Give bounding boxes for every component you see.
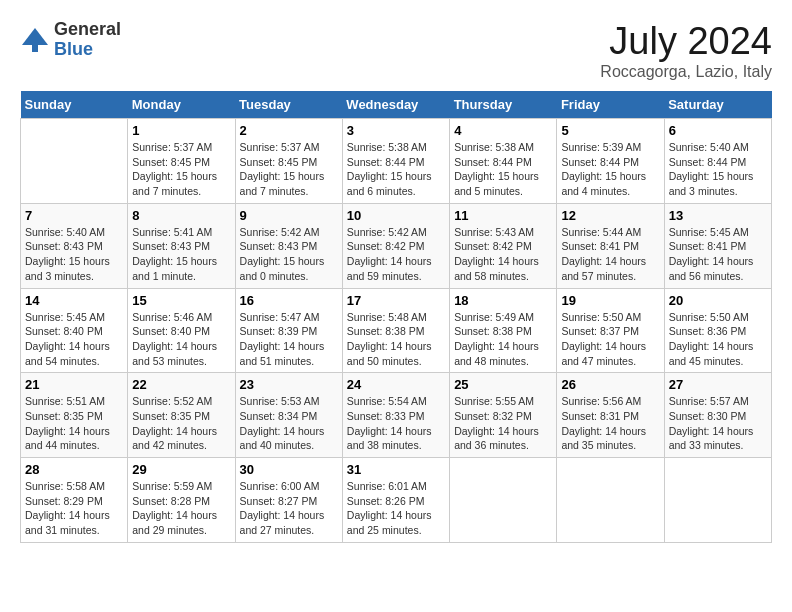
- day-number: 4: [454, 123, 552, 138]
- day-info: Sunrise: 6:01 AM Sunset: 8:26 PM Dayligh…: [347, 479, 445, 538]
- location-title: Roccagorga, Lazio, Italy: [600, 63, 772, 81]
- day-info: Sunrise: 5:53 AM Sunset: 8:34 PM Dayligh…: [240, 394, 338, 453]
- day-number: 11: [454, 208, 552, 223]
- calendar-cell: 16Sunrise: 5:47 AM Sunset: 8:39 PM Dayli…: [235, 288, 342, 373]
- calendar-cell: 13Sunrise: 5:45 AM Sunset: 8:41 PM Dayli…: [664, 203, 771, 288]
- calendar-cell: 1Sunrise: 5:37 AM Sunset: 8:45 PM Daylig…: [128, 119, 235, 204]
- header-cell-tuesday: Tuesday: [235, 91, 342, 119]
- week-row-3: 21Sunrise: 5:51 AM Sunset: 8:35 PM Dayli…: [21, 373, 772, 458]
- week-row-0: 1Sunrise: 5:37 AM Sunset: 8:45 PM Daylig…: [21, 119, 772, 204]
- day-info: Sunrise: 5:55 AM Sunset: 8:32 PM Dayligh…: [454, 394, 552, 453]
- day-number: 28: [25, 462, 123, 477]
- day-number: 7: [25, 208, 123, 223]
- logo-text: General Blue: [54, 20, 121, 60]
- calendar-cell: 17Sunrise: 5:48 AM Sunset: 8:38 PM Dayli…: [342, 288, 449, 373]
- calendar-cell: 7Sunrise: 5:40 AM Sunset: 8:43 PM Daylig…: [21, 203, 128, 288]
- week-row-2: 14Sunrise: 5:45 AM Sunset: 8:40 PM Dayli…: [21, 288, 772, 373]
- calendar-cell: 27Sunrise: 5:57 AM Sunset: 8:30 PM Dayli…: [664, 373, 771, 458]
- day-number: 19: [561, 293, 659, 308]
- day-info: Sunrise: 5:46 AM Sunset: 8:40 PM Dayligh…: [132, 310, 230, 369]
- day-number: 16: [240, 293, 338, 308]
- title-block: July 2024 Roccagorga, Lazio, Italy: [600, 20, 772, 81]
- day-number: 1: [132, 123, 230, 138]
- week-row-1: 7Sunrise: 5:40 AM Sunset: 8:43 PM Daylig…: [21, 203, 772, 288]
- day-number: 27: [669, 377, 767, 392]
- calendar-cell: [450, 458, 557, 543]
- calendar-cell: [664, 458, 771, 543]
- calendar-cell: 31Sunrise: 6:01 AM Sunset: 8:26 PM Dayli…: [342, 458, 449, 543]
- day-number: 9: [240, 208, 338, 223]
- day-number: 29: [132, 462, 230, 477]
- calendar-table: SundayMondayTuesdayWednesdayThursdayFrid…: [20, 91, 772, 543]
- day-info: Sunrise: 5:59 AM Sunset: 8:28 PM Dayligh…: [132, 479, 230, 538]
- calendar-cell: 2Sunrise: 5:37 AM Sunset: 8:45 PM Daylig…: [235, 119, 342, 204]
- calendar-cell: 9Sunrise: 5:42 AM Sunset: 8:43 PM Daylig…: [235, 203, 342, 288]
- calendar-cell: 19Sunrise: 5:50 AM Sunset: 8:37 PM Dayli…: [557, 288, 664, 373]
- calendar-cell: 4Sunrise: 5:38 AM Sunset: 8:44 PM Daylig…: [450, 119, 557, 204]
- day-info: Sunrise: 5:58 AM Sunset: 8:29 PM Dayligh…: [25, 479, 123, 538]
- day-number: 20: [669, 293, 767, 308]
- calendar-cell: 29Sunrise: 5:59 AM Sunset: 8:28 PM Dayli…: [128, 458, 235, 543]
- day-info: Sunrise: 5:40 AM Sunset: 8:44 PM Dayligh…: [669, 140, 767, 199]
- day-info: Sunrise: 5:57 AM Sunset: 8:30 PM Dayligh…: [669, 394, 767, 453]
- calendar-cell: 11Sunrise: 5:43 AM Sunset: 8:42 PM Dayli…: [450, 203, 557, 288]
- day-info: Sunrise: 5:41 AM Sunset: 8:43 PM Dayligh…: [132, 225, 230, 284]
- calendar-cell: 10Sunrise: 5:42 AM Sunset: 8:42 PM Dayli…: [342, 203, 449, 288]
- day-info: Sunrise: 5:37 AM Sunset: 8:45 PM Dayligh…: [132, 140, 230, 199]
- day-info: Sunrise: 5:54 AM Sunset: 8:33 PM Dayligh…: [347, 394, 445, 453]
- calendar-cell: [557, 458, 664, 543]
- day-info: Sunrise: 5:47 AM Sunset: 8:39 PM Dayligh…: [240, 310, 338, 369]
- day-info: Sunrise: 5:42 AM Sunset: 8:43 PM Dayligh…: [240, 225, 338, 284]
- svg-marker-0: [22, 28, 48, 45]
- day-info: Sunrise: 5:50 AM Sunset: 8:36 PM Dayligh…: [669, 310, 767, 369]
- day-info: Sunrise: 5:37 AM Sunset: 8:45 PM Dayligh…: [240, 140, 338, 199]
- day-number: 24: [347, 377, 445, 392]
- calendar-cell: 8Sunrise: 5:41 AM Sunset: 8:43 PM Daylig…: [128, 203, 235, 288]
- header-row: SundayMondayTuesdayWednesdayThursdayFrid…: [21, 91, 772, 119]
- calendar-cell: 23Sunrise: 5:53 AM Sunset: 8:34 PM Dayli…: [235, 373, 342, 458]
- day-info: Sunrise: 5:51 AM Sunset: 8:35 PM Dayligh…: [25, 394, 123, 453]
- day-info: Sunrise: 5:39 AM Sunset: 8:44 PM Dayligh…: [561, 140, 659, 199]
- logo-general: General: [54, 20, 121, 40]
- day-number: 17: [347, 293, 445, 308]
- day-info: Sunrise: 5:38 AM Sunset: 8:44 PM Dayligh…: [454, 140, 552, 199]
- calendar-cell: 21Sunrise: 5:51 AM Sunset: 8:35 PM Dayli…: [21, 373, 128, 458]
- calendar-cell: 14Sunrise: 5:45 AM Sunset: 8:40 PM Dayli…: [21, 288, 128, 373]
- header-cell-wednesday: Wednesday: [342, 91, 449, 119]
- day-number: 13: [669, 208, 767, 223]
- day-number: 30: [240, 462, 338, 477]
- calendar-cell: 12Sunrise: 5:44 AM Sunset: 8:41 PM Dayli…: [557, 203, 664, 288]
- day-info: Sunrise: 5:40 AM Sunset: 8:43 PM Dayligh…: [25, 225, 123, 284]
- day-number: 15: [132, 293, 230, 308]
- day-info: Sunrise: 5:45 AM Sunset: 8:40 PM Dayligh…: [25, 310, 123, 369]
- day-number: 6: [669, 123, 767, 138]
- calendar-cell: 25Sunrise: 5:55 AM Sunset: 8:32 PM Dayli…: [450, 373, 557, 458]
- calendar-cell: 5Sunrise: 5:39 AM Sunset: 8:44 PM Daylig…: [557, 119, 664, 204]
- day-number: 31: [347, 462, 445, 477]
- header-cell-saturday: Saturday: [664, 91, 771, 119]
- calendar-body: 1Sunrise: 5:37 AM Sunset: 8:45 PM Daylig…: [21, 119, 772, 543]
- day-number: 23: [240, 377, 338, 392]
- day-info: Sunrise: 5:49 AM Sunset: 8:38 PM Dayligh…: [454, 310, 552, 369]
- calendar-cell: 28Sunrise: 5:58 AM Sunset: 8:29 PM Dayli…: [21, 458, 128, 543]
- header-cell-monday: Monday: [128, 91, 235, 119]
- day-info: Sunrise: 5:44 AM Sunset: 8:41 PM Dayligh…: [561, 225, 659, 284]
- header-cell-friday: Friday: [557, 91, 664, 119]
- month-title: July 2024: [600, 20, 772, 63]
- day-number: 8: [132, 208, 230, 223]
- day-number: 21: [25, 377, 123, 392]
- day-number: 18: [454, 293, 552, 308]
- page-header: General Blue July 2024 Roccagorga, Lazio…: [20, 20, 772, 81]
- logo-blue: Blue: [54, 40, 121, 60]
- day-info: Sunrise: 5:50 AM Sunset: 8:37 PM Dayligh…: [561, 310, 659, 369]
- calendar-cell: 22Sunrise: 5:52 AM Sunset: 8:35 PM Dayli…: [128, 373, 235, 458]
- logo: General Blue: [20, 20, 121, 60]
- day-number: 22: [132, 377, 230, 392]
- day-info: Sunrise: 5:43 AM Sunset: 8:42 PM Dayligh…: [454, 225, 552, 284]
- day-number: 2: [240, 123, 338, 138]
- calendar-cell: 15Sunrise: 5:46 AM Sunset: 8:40 PM Dayli…: [128, 288, 235, 373]
- calendar-cell: 6Sunrise: 5:40 AM Sunset: 8:44 PM Daylig…: [664, 119, 771, 204]
- header-cell-sunday: Sunday: [21, 91, 128, 119]
- day-info: Sunrise: 5:42 AM Sunset: 8:42 PM Dayligh…: [347, 225, 445, 284]
- day-info: Sunrise: 5:38 AM Sunset: 8:44 PM Dayligh…: [347, 140, 445, 199]
